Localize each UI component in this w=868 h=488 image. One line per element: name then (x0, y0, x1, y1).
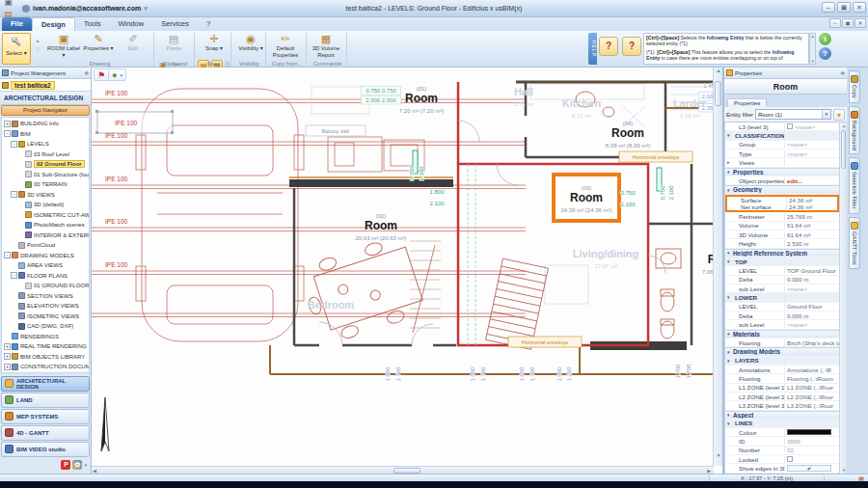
property-row-views[interactable]: ▸Views (725, 158, 839, 167)
module-4d-gantt[interactable]: 4D - GANTT (1, 425, 90, 441)
properties-button[interactable]: ✎Properties ▾ (82, 33, 115, 59)
property-row-top[interactable]: ▾TOP (725, 258, 839, 266)
chevron-down-icon[interactable]: ▾ (727, 169, 730, 175)
save-icon[interactable]: ▣ (2, 0, 14, 9)
account-menu[interactable]: ivan.madonia@accasoftware.com ▾ (22, 5, 148, 13)
tree-expander-icon[interactable]: - (4, 252, 11, 258)
room-label[interactable]: Kitchen8.71 m² (562, 97, 602, 119)
info-icon[interactable]: i (819, 33, 831, 45)
property-row-l1-zone-level-1-[interactable]: L1 ZONE (level 1)L1 ZONE (..\Roor (725, 384, 839, 393)
property-row-delta[interactable]: Delta0.000 m (725, 276, 839, 285)
close-button[interactable]: ✕ (853, 2, 866, 13)
module-land[interactable]: LAND (1, 393, 90, 408)
footer-more-icon[interactable]: ▾ (84, 462, 87, 468)
tree-expander-icon[interactable]: - (11, 141, 17, 148)
maximize-button[interactable]: ▣ (837, 2, 851, 13)
property-row-lower[interactable]: ▾LOWER (725, 293, 839, 302)
chevron-down-icon[interactable]: ▾ (727, 331, 730, 337)
tree-item-area-views[interactable]: AREA VIEWS (2, 260, 89, 271)
tree-expander-icon[interactable]: + (4, 121, 11, 127)
layer-style-icon[interactable]: ● (112, 70, 117, 80)
tree-expander-icon[interactable]: - (11, 191, 17, 198)
properties-scrollbar[interactable]: ▲▼ (839, 122, 847, 474)
property-row-perimeter[interactable]: Perimeter25.769 m (725, 212, 839, 221)
property-value[interactable]: 24.36 m² (787, 203, 837, 210)
chevron-down-icon[interactable]: ▾ (727, 250, 730, 256)
tab-file[interactable]: File (2, 17, 32, 31)
colour-swatch[interactable] (787, 429, 831, 435)
module-architectural-design[interactable]: ARCHITECTURAL DESIGN (1, 376, 90, 392)
room-label[interactable]: Living/dining27.07 m² (573, 248, 638, 269)
module-bim-video-studio[interactable]: BIM VIDEO studio (1, 442, 90, 457)
property-value[interactable]: 02 (785, 447, 839, 453)
property-value[interactable]: edit... (785, 177, 839, 184)
property-row-annotations[interactable]: AnnotationsAnnotations (..\R (725, 366, 839, 374)
property-row-level[interactable]: LEVELTOP Ground Floor (725, 266, 839, 275)
chevron-down-icon[interactable]: ▾ (727, 420, 730, 426)
room-label[interactable]: Larder3.19 m² (673, 97, 707, 119)
tree-item-00-terrain[interactable]: 00 TERRAIN (2, 179, 89, 190)
floor-plan[interactable]: IPE 100 Balcony slab IPE 100IPE 100IPE 1… (92, 68, 714, 466)
tree-expander-icon[interactable]: - (11, 272, 17, 279)
property-row-flooring[interactable]: FlooringBirch (Ship's deck la (725, 339, 839, 347)
chevron-down-icon[interactable]: ▾ (727, 258, 730, 264)
property-value[interactable]: Flooring (..\Room (785, 375, 839, 382)
tree-item-renderings[interactable]: RENDERINGS (2, 332, 89, 342)
property-value[interactable]: Birch (Ship's deck la (785, 339, 839, 346)
room-label[interactable]: (02)Room20.63 m² (20.63 m²) (355, 213, 406, 241)
drawing-canvas[interactable]: IPE 100 Balcony slab IPE 100IPE 100IPE 1… (92, 68, 723, 474)
tree-item-building-info[interactable]: +BUILDING Info (2, 119, 89, 129)
project-name[interactable]: test baltica2 (11, 81, 55, 90)
property-row-show-edges-in-3d[interactable]: Show edges in 3D✔ (725, 464, 839, 473)
tree-item-3d-views[interactable]: -3D VIEWS (2, 190, 89, 201)
property-value[interactable]: L2 ZONE (..\Roor (785, 393, 839, 400)
property-row-flooring[interactable]: FlooringFlooring (..\Room (725, 374, 839, 383)
property-row-height[interactable]: Height2.530 m (725, 239, 839, 248)
select-button[interactable]: ↖ Select ▾ (2, 33, 31, 65)
tree-item-03-roof-level[interactable]: 03 Roof Level (2, 149, 89, 160)
room-label[interactable]: (04)Room8.39 m² (8.39 m²) (606, 121, 650, 149)
tree-item-pointcloud[interactable]: PointCloud (2, 240, 89, 251)
property-row-l3-level-3-[interactable]: L3 (level 3)<none> (725, 122, 839, 131)
selection-cycle-arrows[interactable]: ▲▽ (34, 37, 41, 54)
property-row-colour[interactable]: Colour (725, 428, 839, 437)
tree-item-photomatch-scenes[interactable]: PhotoMatch scenes (2, 220, 89, 230)
chevron-down-icon[interactable]: ▼ (822, 110, 830, 119)
property-row-group[interactable]: Group<none> (725, 141, 839, 149)
tree-expander-icon[interactable]: - (4, 130, 11, 137)
tree-item-bim[interactable]: -BIM (2, 129, 89, 140)
property-value[interactable]: Ground Floor (785, 303, 839, 310)
tab-design[interactable]: Design (32, 17, 75, 31)
chevron-down-icon[interactable]: ▾ (727, 132, 730, 138)
tree-expander-icon[interactable]: + (4, 353, 11, 360)
mdi-close-button[interactable]: ✕ (854, 18, 866, 28)
room-label[interactable]: Hall5.75 m² (514, 86, 533, 107)
help-tutorial-icon[interactable]: ? (622, 37, 641, 56)
property-value[interactable]: 24.36 m² (787, 197, 837, 203)
property-row-sub-level[interactable]: sub Level<none> (725, 285, 839, 293)
property-value[interactable]: <none> (785, 141, 839, 148)
side-tab-background[interactable]: Background (849, 106, 860, 155)
chevron-right-icon[interactable]: ▸ (727, 159, 730, 165)
property-value[interactable]: 61.64 m³ (785, 231, 839, 238)
property-value[interactable]: <none> (785, 321, 839, 328)
property-row-delta[interactable]: Delta0.000 m (725, 312, 839, 320)
tree-item-bim-objects-library[interactable]: +BIM OBJECTS LIBRARY (2, 352, 89, 363)
property-row-classification[interactable]: ▾CLASSIFICATION (725, 131, 839, 140)
property-value[interactable]: 3899 (785, 438, 839, 445)
tree-item-3d-default-[interactable]: 3D (default) (2, 200, 89, 210)
account-dropdown-icon[interactable]: ▾ (144, 5, 148, 13)
tree-expander-icon[interactable]: + (4, 343, 11, 350)
pin-icon[interactable]: ✚ (840, 69, 845, 76)
property-row-3d-volume[interactable]: 3D Volume61.64 m³ (725, 230, 839, 239)
dialog-launcher-icon[interactable]: ◳ (225, 61, 230, 67)
chevron-down-icon[interactable]: ▾ (727, 349, 730, 355)
status-page-icon[interactable]: ▤ (858, 474, 864, 481)
tab-?[interactable]: ? (198, 17, 219, 31)
property-value[interactable]: 2.530 m (785, 240, 839, 247)
tree-item-levels[interactable]: -LEVELS (2, 139, 89, 149)
property-value[interactable]: L3 ZONE (..\Roor (785, 402, 839, 409)
property-row-type[interactable]: Type<none> (725, 149, 839, 158)
checkbox-checked-icon[interactable]: ✔ (787, 465, 831, 472)
chevron-down-icon[interactable]: ▾ (121, 72, 123, 78)
